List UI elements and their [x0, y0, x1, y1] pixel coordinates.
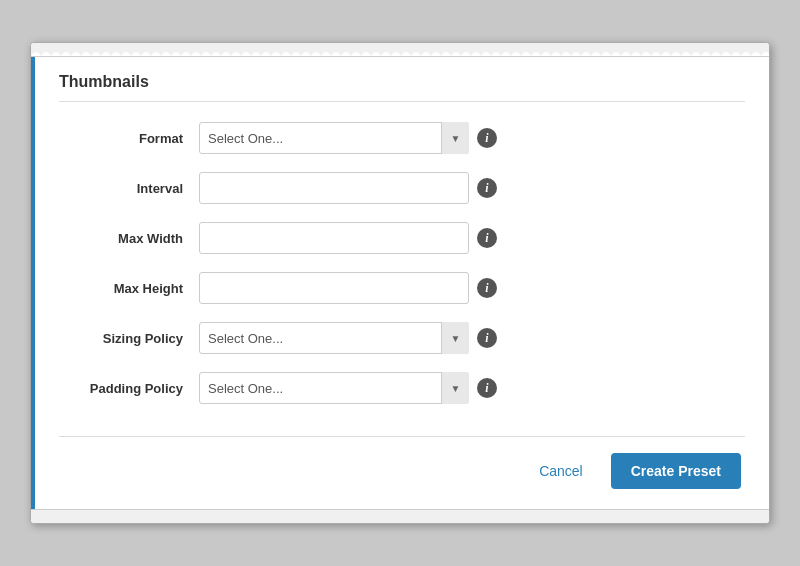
torn-top-edge	[31, 43, 769, 57]
interval-control-wrapper: i	[199, 172, 497, 204]
max-width-row: Max Width i	[59, 222, 745, 254]
format-control-wrapper: Select One... JPEG PNG GIF WebP i	[199, 122, 497, 154]
cancel-button[interactable]: Cancel	[527, 455, 595, 487]
sizing-policy-control-wrapper: Select One... Fit Fill Stretch Keep i	[199, 322, 497, 354]
padding-policy-label: Padding Policy	[59, 381, 199, 396]
create-preset-button[interactable]: Create Preset	[611, 453, 741, 489]
sizing-policy-row: Sizing Policy Select One... Fit Fill Str…	[59, 322, 745, 354]
form-body: Format Select One... JPEG PNG GIF WebP	[59, 118, 745, 426]
padding-policy-select[interactable]: Select One... NoPad Pad	[199, 372, 469, 404]
padding-policy-select-wrapper[interactable]: Select One... NoPad Pad	[199, 372, 469, 404]
thumbnails-dialog: Thumbnails Format Select One... JPEG PNG…	[30, 42, 770, 524]
max-width-input[interactable]	[199, 222, 469, 254]
interval-label: Interval	[59, 181, 199, 196]
footer-divider	[59, 436, 745, 437]
interval-input[interactable]	[199, 172, 469, 204]
format-select[interactable]: Select One... JPEG PNG GIF WebP	[199, 122, 469, 154]
format-select-wrapper[interactable]: Select One... JPEG PNG GIF WebP	[199, 122, 469, 154]
max-width-control-wrapper: i	[199, 222, 497, 254]
torn-bottom-edge	[31, 509, 769, 523]
dialog-inner: Thumbnails Format Select One... JPEG PNG…	[35, 57, 769, 509]
padding-policy-info-icon[interactable]: i	[477, 378, 497, 398]
dialog-content: Thumbnails Format Select One... JPEG PNG…	[31, 57, 769, 509]
max-height-info-icon[interactable]: i	[477, 278, 497, 298]
padding-policy-control-wrapper: Select One... NoPad Pad i	[199, 372, 497, 404]
format-row: Format Select One... JPEG PNG GIF WebP	[59, 122, 745, 154]
padding-policy-row: Padding Policy Select One... NoPad Pad i	[59, 372, 745, 404]
max-width-label: Max Width	[59, 231, 199, 246]
max-height-input[interactable]	[199, 272, 469, 304]
dialog-title: Thumbnails	[59, 73, 745, 102]
sizing-policy-select[interactable]: Select One... Fit Fill Stretch Keep	[199, 322, 469, 354]
dialog-footer: Cancel Create Preset	[59, 453, 745, 489]
sizing-policy-label: Sizing Policy	[59, 331, 199, 346]
format-label: Format	[59, 131, 199, 146]
interval-info-icon[interactable]: i	[477, 178, 497, 198]
max-height-control-wrapper: i	[199, 272, 497, 304]
format-info-icon[interactable]: i	[477, 128, 497, 148]
sizing-policy-info-icon[interactable]: i	[477, 328, 497, 348]
max-width-info-icon[interactable]: i	[477, 228, 497, 248]
interval-row: Interval i	[59, 172, 745, 204]
sizing-policy-select-wrapper[interactable]: Select One... Fit Fill Stretch Keep	[199, 322, 469, 354]
max-height-row: Max Height i	[59, 272, 745, 304]
max-height-label: Max Height	[59, 281, 199, 296]
